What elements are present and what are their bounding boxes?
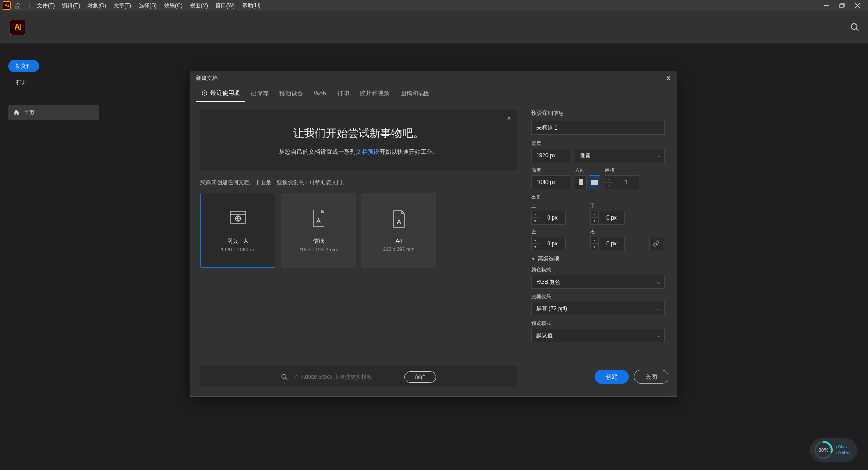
stock-search: 前往 [200, 366, 517, 387]
preset-size: 210 x 297 mm [383, 246, 415, 252]
open-button[interactable]: 打开 [8, 75, 99, 90]
preset-details: 预设详细信息 宽度 1920 px 像素⌄ 高度 1080 px 方向 [527, 102, 677, 396]
svg-rect-1 [840, 4, 843, 7]
width-input[interactable]: 1920 px [531, 149, 570, 162]
bleed-bottom-label: 下 [590, 202, 645, 209]
height-label: 高度 [531, 167, 570, 174]
menu-view[interactable]: 视图(V) [186, 0, 212, 11]
bleed-right-label: 右 [590, 228, 645, 235]
tab-label: 图稿和插图 [400, 90, 430, 98]
menu-window[interactable]: 窗口(W) [212, 0, 239, 11]
tab-mobile[interactable]: 移动设备 [274, 85, 309, 102]
tab-film[interactable]: 胶片和视频 [354, 85, 395, 102]
bleed-left-label: 左 [531, 228, 586, 235]
hero-title: 让我们开始尝试新事物吧。 [210, 126, 508, 140]
menu-select[interactable]: 选择(S) [135, 0, 160, 11]
tab-saved[interactable]: 已保存 [245, 85, 274, 102]
close-icon[interactable]: ✕ [666, 75, 671, 82]
color-mode-label: 颜色模式 [531, 266, 665, 273]
bleed-bottom[interactable]: 0 px [599, 211, 625, 225]
bleed-top-label: 上 [531, 202, 586, 209]
bleed-left-stepper[interactable]: ▲▼ [531, 237, 539, 250]
sidebar-item-home[interactable]: 主页 [8, 105, 99, 120]
new-file-button[interactable]: 新文件 [8, 60, 39, 72]
preset-link[interactable]: 文档预设 [356, 148, 379, 155]
height-input[interactable]: 1080 px [531, 175, 570, 189]
print-icon [309, 208, 329, 228]
menu-help[interactable]: 帮助(H) [239, 0, 264, 11]
document-name-input[interactable] [531, 121, 665, 135]
portrait-button[interactable] [575, 175, 587, 189]
tab-web[interactable]: Web [309, 85, 332, 102]
chevron-down-icon: ⌄ [656, 332, 661, 339]
create-button[interactable]: 创建 [595, 370, 629, 384]
preset-card[interactable]: A4 210 x 297 mm [361, 193, 436, 268]
dialog-titlebar: 新建文档 ✕ [190, 71, 677, 85]
app-header: Ai [0, 11, 868, 44]
bleed-top[interactable]: 0 px [539, 211, 566, 225]
advanced-toggle[interactable]: ▼高级选项 [531, 255, 665, 263]
details-title: 预设详细信息 [531, 110, 665, 117]
raster-label: 光栅效果 [531, 293, 665, 300]
preset-size: 1920 x 1080 px [221, 247, 255, 252]
raster-select[interactable]: 屏幕 (72 ppi)⌄ [531, 302, 665, 315]
preview-select[interactable]: 默认值⌄ [531, 329, 665, 342]
bleed-bottom-stepper[interactable]: ▲▼ [590, 211, 599, 225]
web-icon [228, 208, 248, 228]
color-mode-select[interactable]: RGB 颜色⌄ [531, 275, 665, 289]
preset-card[interactable]: 网页 - 大 1920 x 1080 px [200, 193, 275, 268]
menu-file[interactable]: 文件(F) [33, 0, 58, 11]
close-button[interactable] [850, 2, 865, 9]
bleed-top-stepper[interactable]: ▲▼ [531, 211, 539, 225]
stock-search-input[interactable] [294, 374, 399, 380]
close-button[interactable]: 关闭 [634, 370, 668, 384]
app-logo: Ai [10, 20, 25, 35]
minimize-button[interactable] [819, 2, 834, 9]
orientation-toggle [575, 175, 600, 189]
maximize-button[interactable] [834, 2, 850, 9]
svg-point-2 [851, 23, 857, 29]
menu-text[interactable]: 文字(T) [110, 0, 135, 11]
menu-object[interactable]: 对象(O) [84, 0, 110, 11]
menu-effect[interactable]: 效果(C) [160, 0, 186, 11]
chevron-down-icon: ⌄ [656, 305, 661, 312]
preset-name: 网页 - 大 [227, 237, 249, 245]
search-icon [281, 373, 289, 380]
home-icon [13, 109, 20, 116]
tab-label: Web [314, 90, 326, 97]
preview-label: 预览模式 [531, 320, 665, 327]
main-menubar: Ai 文件(F) 编辑(E) 对象(O) 文字(T) 选择(S) 效果(C) 视… [0, 0, 868, 11]
tab-recent[interactable]: 最近使用项 [196, 85, 245, 102]
clock-icon [201, 90, 208, 96]
bleed-label: 出血 [531, 194, 665, 200]
bleed-right[interactable]: 0 px [599, 237, 625, 250]
artboard-label: 画板 [605, 167, 639, 174]
preset-name: A4 [395, 238, 402, 245]
usage-ring: 30% [814, 441, 833, 459]
orientation-label: 方向 [575, 167, 600, 174]
link-bleed-icon[interactable] [649, 237, 663, 250]
close-icon[interactable]: ✕ [507, 115, 511, 121]
tab-print[interactable]: 打印 [332, 85, 354, 102]
hero-text: 从您自己的文档设置或一系列文档预设开始以快速开始工作。 [210, 148, 508, 156]
landscape-button[interactable] [589, 175, 600, 189]
go-button[interactable]: 前往 [404, 371, 436, 383]
network-speed-widget[interactable]: 30% ↑ 0K/s ↓ 0.6K/s [810, 438, 857, 462]
speed-stats: ↑ 0K/s ↓ 0.6K/s [835, 444, 850, 455]
artboard-stepper[interactable]: ▲▼ [605, 175, 613, 189]
home-sidebar: 新文件 打开 主页 [8, 60, 99, 120]
dialog-footer: 创建 关闭 [531, 363, 668, 389]
preset-pane: ✕ 让我们开始尝试新事物吧。 从您自己的文档设置或一系列文档预设开始以快速开始工… [190, 102, 527, 396]
preset-card[interactable]: 信纸 215.9 x 279.4 mm [281, 193, 356, 268]
bleed-right-stepper[interactable]: ▲▼ [590, 237, 599, 250]
bleed-left[interactable]: 0 px [539, 237, 566, 250]
preset-size: 215.9 x 279.4 mm [298, 247, 338, 252]
artboard-count[interactable]: 1 [613, 175, 639, 189]
unit-select[interactable]: 像素⌄ [575, 149, 665, 162]
tab-label: 胶片和视频 [360, 90, 389, 98]
menu-edit[interactable]: 编辑(E) [58, 0, 84, 11]
tab-art[interactable]: 图稿和插图 [395, 85, 435, 102]
width-label: 宽度 [531, 140, 665, 147]
home-icon[interactable] [14, 1, 22, 10]
search-icon[interactable] [850, 22, 860, 32]
